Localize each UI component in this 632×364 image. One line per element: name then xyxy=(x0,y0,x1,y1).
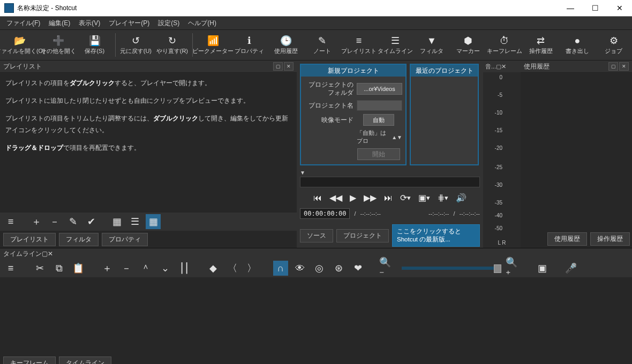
export-button[interactable]: ●書き出し xyxy=(559,30,596,60)
playlist-view-grid-button[interactable]: ▦ xyxy=(146,214,161,229)
snap-button[interactable]: ∩ xyxy=(273,261,288,276)
minimize-button[interactable]: — xyxy=(558,0,583,16)
copy-button[interactable]: ⧉ xyxy=(51,261,66,276)
record-audio-button[interactable]: 🎤 xyxy=(563,261,578,276)
skip-start-button[interactable]: ⏮ xyxy=(313,193,322,203)
open-other-button[interactable]: ➕その他を開く xyxy=(40,30,77,60)
play-button[interactable]: ▶ xyxy=(350,193,356,203)
menu-item[interactable]: 設定(S) xyxy=(154,18,184,29)
timeline-header: タイムライン ▢ ✕ xyxy=(0,248,632,259)
bottom-tab[interactable]: キーフレーム xyxy=(3,357,56,365)
prev-marker-button[interactable]: 〈 xyxy=(225,261,240,276)
menu-item[interactable]: ヘルプ(H) xyxy=(184,18,221,29)
zoom-in-button[interactable]: 🔍⁺ xyxy=(506,261,521,276)
menu-item[interactable]: プレイヤー(P) xyxy=(104,18,154,29)
playlist-view-detail-button[interactable]: ▦ xyxy=(109,214,124,229)
recent-button-label: 使用履歴 xyxy=(274,47,298,55)
audio-meter-undock-button[interactable]: ▢ xyxy=(496,63,501,70)
history-tab[interactable]: 操作履歴 xyxy=(590,232,630,246)
loop-button[interactable]: ⟳▾ xyxy=(400,193,411,203)
jobs-button[interactable]: ⚙ジョブ xyxy=(596,30,632,60)
playlist-button[interactable]: ≡プレイリスト xyxy=(341,30,377,60)
source-tab[interactable]: ソース xyxy=(300,229,333,242)
project-name-input[interactable] xyxy=(357,100,402,111)
playlist-tab[interactable]: プロパティ xyxy=(102,233,148,246)
update-notice[interactable]: ここをクリックすると Shotcut の最新版... xyxy=(392,224,480,247)
peak-meter-button[interactable]: 📶ピークメーター xyxy=(195,30,231,60)
playlist-view-list-button[interactable]: ☰ xyxy=(127,214,142,229)
ripple-delete-button[interactable]: － xyxy=(119,261,134,276)
ripple-markers-button[interactable]: ❤ xyxy=(350,261,365,276)
project-tab[interactable]: プロジェクト xyxy=(336,229,389,242)
playlist-tab[interactable]: フィルタ xyxy=(59,233,99,246)
playlist-close-button[interactable]: ✕ xyxy=(284,62,294,71)
keyframes-button[interactable]: ⏱キーフレーム xyxy=(486,30,523,60)
lift-button[interactable]: ＾ xyxy=(138,261,153,276)
close-button[interactable]: ✕ xyxy=(607,0,632,16)
scrub-bar[interactable] xyxy=(300,177,480,187)
project-folder-button[interactable]: ...or¥Videos xyxy=(357,83,402,95)
playlist-tab[interactable]: プレイリスト xyxy=(3,233,56,246)
append-button[interactable]: ＋ xyxy=(100,261,115,276)
undo-button[interactable]: ↺元に戻す(U) xyxy=(117,30,154,60)
markers-button[interactable]: ⬢マーカー xyxy=(450,30,486,60)
zoom-handle-icon[interactable] xyxy=(494,264,501,273)
undo-button-icon: ↺ xyxy=(132,35,140,46)
menu-item[interactable]: ファイル(F) xyxy=(2,18,44,29)
recent-button[interactable]: 🕒使用履歴 xyxy=(268,30,304,60)
playlist-remove-button[interactable]: － xyxy=(47,214,62,229)
ripple-button[interactable]: ◎ xyxy=(312,261,327,276)
scrub-audio-button[interactable]: 👁 xyxy=(292,261,307,276)
split-button[interactable]: ⎮⎮ xyxy=(177,261,192,276)
open-file-button[interactable]: 📂ファイルを開く(O) xyxy=(0,30,40,60)
audio-meter-close-button[interactable]: ✕ xyxy=(501,63,506,70)
grid-button[interactable]: ⋕▾ xyxy=(438,193,448,203)
timeline-menu-button[interactable]: ≡ xyxy=(3,261,18,276)
playlist-button-label: プレイリスト xyxy=(341,47,377,55)
save-button[interactable]: 💾保存(S) xyxy=(77,30,113,60)
history-button[interactable]: ⇄操作履歴 xyxy=(523,30,559,60)
history-close-button[interactable]: ✕ xyxy=(619,62,629,71)
playlist-undock-button[interactable]: ▢ xyxy=(273,62,283,71)
bottom-tab[interactable]: タイムライン xyxy=(59,357,111,365)
next-marker-button[interactable]: 〉 xyxy=(244,261,259,276)
zoom-slider[interactable] xyxy=(402,267,498,270)
timeline-close-button[interactable]: ✕ xyxy=(48,250,53,257)
marker-button[interactable]: ◆ xyxy=(206,261,221,276)
filters-button[interactable]: ▼フィルタ xyxy=(413,30,450,60)
playlist-check-button[interactable]: ✔ xyxy=(84,214,99,229)
cut-button[interactable]: ✂ xyxy=(32,261,47,276)
paste-button[interactable]: 📋 xyxy=(71,261,86,276)
timecode-current[interactable]: 00:00:00:00 xyxy=(300,208,350,219)
overwrite-button[interactable]: ⌄ xyxy=(157,261,172,276)
history-undock-button[interactable]: ▢ xyxy=(608,62,618,71)
maximize-button[interactable]: ☐ xyxy=(583,0,607,16)
volume-button[interactable]: 🔊 xyxy=(456,193,467,203)
playlist-update-button[interactable]: ✎ xyxy=(65,214,80,229)
playlist-menu-button[interactable]: ≡ xyxy=(3,214,18,229)
timeline-button[interactable]: ☰タイムライン xyxy=(377,30,413,60)
menu-item[interactable]: 編集(E) xyxy=(44,18,74,29)
notes-button[interactable]: ✎ノート xyxy=(304,30,341,60)
skip-end-button[interactable]: ⏭ xyxy=(384,193,393,203)
fast-forward-button[interactable]: ▶▶ xyxy=(364,193,377,203)
video-mode-select[interactable]: 自動 xyxy=(363,114,394,126)
zoom-fit-button[interactable]: ▣▾ xyxy=(418,193,430,203)
redo-button[interactable]: ↻やり直す(R) xyxy=(154,30,190,60)
zoom-out-button[interactable]: 🔍⁻ xyxy=(379,261,394,276)
playlist-add-button[interactable]: ＋ xyxy=(29,214,44,229)
properties-button[interactable]: ℹプロパティ xyxy=(231,30,268,60)
menu-item[interactable]: 表示(V) xyxy=(74,18,104,29)
history-body[interactable] xyxy=(521,73,632,230)
rewind-button[interactable]: ◀◀ xyxy=(329,193,342,203)
timeline-tracks-area[interactable] xyxy=(0,277,632,354)
ripple-all-button[interactable]: ⊛ xyxy=(331,261,346,276)
timeline-undock-button[interactable]: ▢ xyxy=(42,250,48,257)
history-tab[interactable]: 使用履歴 xyxy=(547,232,587,246)
timeline-button-icon: ☰ xyxy=(391,35,400,46)
spin-icon[interactable]: ▲▼ xyxy=(392,134,402,140)
playhead-marker-icon[interactable]: ▼ xyxy=(300,170,480,176)
zoom-fit-timeline-button[interactable]: ▣ xyxy=(535,261,550,276)
start-project-button[interactable]: 開始 xyxy=(357,148,400,160)
recent-projects-list[interactable] xyxy=(411,77,478,154)
